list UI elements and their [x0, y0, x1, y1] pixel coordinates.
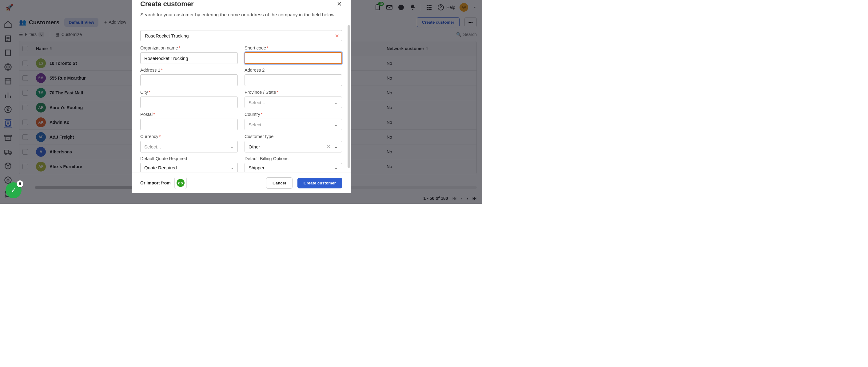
modal-body: ✕ Organization name* Short code* Address… [132, 23, 351, 172]
modal-scrollbar[interactable] [347, 25, 350, 168]
chevron-down-icon: ⌄ [230, 144, 234, 149]
cancel-button[interactable]: Cancel [266, 177, 292, 189]
chevron-down-icon: ⌄ [334, 100, 338, 105]
chevron-down-icon: ⌄ [230, 165, 234, 171]
modal-title: Create customer [140, 0, 194, 8]
quickbooks-icon: qb [177, 179, 185, 187]
chevron-down-icon: ⌄ [334, 122, 338, 127]
province-select[interactable]: Select...⌄ [245, 97, 342, 108]
dbo-label: Default Billing Options [245, 156, 342, 161]
address2-input[interactable] [245, 74, 342, 86]
address1-input[interactable] [140, 74, 238, 86]
import-label: Or import from [140, 180, 171, 185]
fab-badge: 9 [17, 180, 23, 187]
province-label: Province / State* [245, 90, 342, 95]
country-select[interactable]: Select...⌄ [245, 119, 342, 130]
modal-header: Create customer ✕ Search for your custom… [132, 0, 351, 23]
success-fab[interactable]: ✓ 9 [5, 182, 22, 198]
postal-label: Postal* [140, 112, 238, 117]
currency-label: Currency* [140, 134, 238, 139]
city-input[interactable] [140, 97, 238, 108]
clear-search-icon[interactable]: ✕ [335, 33, 339, 39]
addr1-label: Address 1* [140, 68, 238, 72]
currency-select[interactable]: Select...⌄ [140, 141, 238, 153]
create-customer-submit-button[interactable]: Create customer [298, 178, 342, 189]
city-label: City* [140, 90, 238, 95]
modal-footer: Or import from qb Cancel Create customer [132, 172, 351, 193]
country-label: Country* [245, 112, 342, 117]
chevron-down-icon: ⌄ [334, 165, 338, 171]
customer-type-select[interactable]: Other✕⌄ [245, 141, 342, 153]
chevron-down-icon: ⌄ [334, 144, 338, 149]
organization-name-input[interactable] [140, 52, 238, 64]
short-code-input[interactable] [245, 52, 342, 64]
default-quote-select[interactable]: Quote Required⌄ [140, 163, 238, 172]
create-customer-modal: Create customer ✕ Search for your custom… [132, 0, 351, 193]
dqr-label: Default Quote Required [140, 156, 238, 161]
default-billing-select[interactable]: Shipper⌄ [245, 163, 342, 172]
modal-subtitle: Search for your customer by entering the… [140, 11, 342, 18]
customer-search-field: ✕ [140, 30, 342, 41]
addr2-label: Address 2 [245, 68, 342, 72]
org-label: Organization name* [140, 45, 238, 51]
short-label: Short code* [245, 45, 342, 51]
close-icon[interactable]: ✕ [337, 0, 342, 8]
postal-input[interactable] [140, 119, 238, 130]
clear-icon[interactable]: ✕ [327, 144, 331, 149]
customer-search-input[interactable] [140, 30, 342, 41]
ctype-label: Customer type [245, 134, 342, 139]
quickbooks-import-button[interactable]: qb [175, 177, 187, 189]
